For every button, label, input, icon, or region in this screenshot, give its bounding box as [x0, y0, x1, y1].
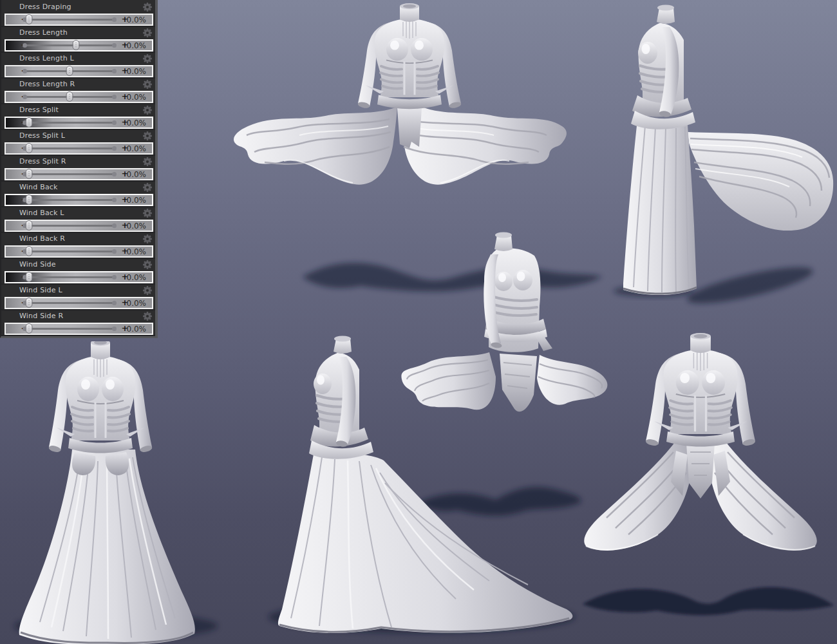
slider-track[interactable] — [24, 147, 115, 149]
slider-label-row: Wind Back L — [1, 207, 155, 220]
slider-handle[interactable] — [26, 272, 33, 282]
slider-label-row: Dress Draping — [1, 1, 155, 14]
slider-label: Wind Side L — [19, 286, 62, 294]
slider-widget: Dress Split L - + 0.0% — [1, 130, 155, 156]
slider-widget: Dress Draping - + 0.0% — [1, 1, 155, 27]
slider-value[interactable]: 0.0% — [127, 67, 147, 76]
slider-label-row: Dress Split — [1, 104, 155, 117]
morph-slider-panel: Dress Draping - + 0.0% — [0, 0, 158, 338]
slider-row: - + 0.0% — [5, 39, 153, 52]
slider-widget: Dress Split - + 0.0% — [1, 104, 155, 130]
slider-value[interactable]: 0.0% — [127, 325, 147, 334]
slider-widget: Dress Length R - + 0.0% — [1, 79, 155, 104]
slider-label: Dress Draping — [19, 3, 71, 11]
slider-widget: Wind Side L - + 0.0% — [1, 285, 155, 310]
slider-value[interactable]: 0.0% — [127, 93, 147, 102]
slider-row: - + 0.0% — [5, 194, 153, 206]
slider-label: Wind Back R — [19, 234, 65, 243]
gear-icon[interactable] — [142, 182, 153, 193]
slider-widget: Wind Back R - + 0.0% — [1, 233, 155, 259]
slider-row: - + 0.0% — [5, 245, 153, 258]
slider-label-row: Wind Side R — [1, 310, 155, 323]
gear-icon[interactable] — [142, 285, 153, 296]
slider-handle[interactable] — [72, 40, 79, 50]
gear-icon[interactable] — [142, 2, 153, 12]
slider-label-row: Wind Back — [1, 182, 155, 194]
slider-track[interactable] — [24, 328, 115, 330]
slider-label-row: Wind Side L — [1, 285, 155, 297]
figure-dress-split-down — [573, 328, 837, 631]
gear-icon[interactable] — [142, 105, 153, 115]
figure-dress-split-wings — [229, 0, 567, 193]
slider-value[interactable]: 0.0% — [127, 196, 147, 205]
slider-label: Dress Length — [19, 28, 68, 37]
slider-label: Wind Back — [19, 183, 58, 191]
gear-icon[interactable] — [142, 260, 153, 270]
slider-row: - + 0.0% — [5, 117, 153, 129]
slider-track[interactable] — [24, 122, 115, 124]
gear-icon[interactable] — [142, 28, 153, 38]
slider-row: - + 0.0% — [5, 65, 153, 77]
slider-handle[interactable] — [66, 91, 73, 102]
slider-handle[interactable] — [26, 298, 33, 308]
slider-label: Wind Side R — [19, 312, 63, 320]
slider-handle[interactable] — [26, 194, 33, 205]
gear-icon[interactable] — [142, 79, 153, 90]
slider-row: - + 0.0% — [5, 168, 153, 180]
slider-widget: Dress Length - + 0.0% — [1, 27, 155, 53]
gear-icon[interactable] — [142, 53, 153, 64]
slider-value[interactable]: 0.0% — [127, 170, 147, 179]
slider-handle[interactable] — [26, 220, 33, 231]
slider-handle[interactable] — [26, 117, 33, 128]
slider-row: - + 0.0% — [5, 142, 153, 155]
slider-label: Wind Back L — [19, 209, 64, 217]
slider-value[interactable]: 0.0% — [127, 222, 147, 231]
slider-label: Dress Split L — [19, 131, 65, 140]
slider-handle[interactable] — [26, 323, 33, 334]
slider-track[interactable] — [24, 251, 115, 252]
slider-track[interactable] — [24, 302, 115, 304]
slider-row: - + 0.0% — [5, 297, 153, 309]
slider-value[interactable]: 0.0% — [127, 15, 147, 24]
gear-icon[interactable] — [142, 208, 153, 218]
slider-widget: Wind Side R - + 0.0% — [1, 310, 155, 336]
slider-value[interactable]: 0.0% — [127, 118, 147, 128]
slider-value[interactable]: 0.0% — [127, 299, 147, 308]
slider-label-row: Dress Length R — [1, 79, 155, 91]
slider-row: - + 0.0% — [5, 271, 153, 283]
slider-label: Dress Length R — [19, 80, 75, 88]
slider-label: Dress Length L — [19, 54, 74, 62]
slider-handle[interactable] — [66, 66, 73, 76]
slider-handle[interactable] — [26, 143, 33, 153]
slider-value[interactable]: 0.0% — [127, 41, 147, 50]
slider-label-row: Dress Split R — [1, 156, 155, 168]
slider-track[interactable] — [24, 199, 115, 201]
slider-track[interactable] — [24, 173, 115, 175]
slider-track[interactable] — [24, 225, 115, 227]
slider-row: - + 0.0% — [5, 14, 153, 26]
gear-icon[interactable] — [142, 131, 153, 141]
slider-widget: Wind Side - + 0.0% — [1, 259, 155, 285]
slider-track[interactable] — [24, 19, 115, 21]
slider-row: - + 0.0% — [5, 220, 153, 232]
slider-handle[interactable] — [26, 169, 33, 179]
gear-icon[interactable] — [142, 311, 153, 321]
slider-row: - + 0.0% — [5, 91, 153, 103]
slider-label-row: Wind Back R — [1, 233, 155, 245]
slider-value[interactable]: 0.0% — [127, 273, 147, 282]
gear-icon[interactable] — [142, 234, 153, 244]
slider-label-row: Wind Side — [1, 259, 155, 271]
figure-dress-default-front — [13, 341, 225, 644]
slider-label-row: Dress Length — [1, 27, 155, 39]
slider-value[interactable]: 0.0% — [127, 247, 147, 256]
figure-dress-wind-back — [592, 0, 837, 303]
slider-value[interactable]: 0.0% — [127, 144, 147, 153]
slider-track[interactable] — [24, 276, 115, 278]
figure-dress-train-side — [258, 328, 579, 644]
slider-track[interactable] — [24, 44, 115, 46]
slider-widget: Dress Length L - + 0.0% — [1, 53, 155, 79]
gear-icon[interactable] — [142, 156, 153, 167]
slider-label-row: Dress Split L — [1, 130, 155, 142]
slider-handle[interactable] — [26, 14, 33, 24]
slider-handle[interactable] — [26, 246, 33, 256]
